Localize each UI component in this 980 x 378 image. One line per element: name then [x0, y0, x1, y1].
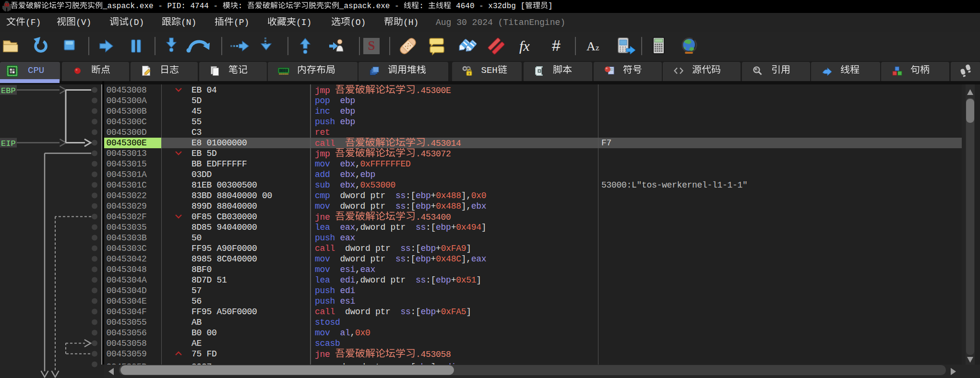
- svg-text:32: 32: [4, 2, 9, 7]
- svg-text:S: S: [368, 38, 375, 53]
- svg-text:#: #: [552, 37, 561, 54]
- svg-text:EBP: EBP: [1, 86, 16, 95]
- svg-text:fx: fx: [519, 38, 530, 54]
- svg-text:EIP: EIP: [1, 139, 16, 148]
- svg-text:A: A: [586, 39, 596, 53]
- svg-text:z: z: [596, 43, 599, 52]
